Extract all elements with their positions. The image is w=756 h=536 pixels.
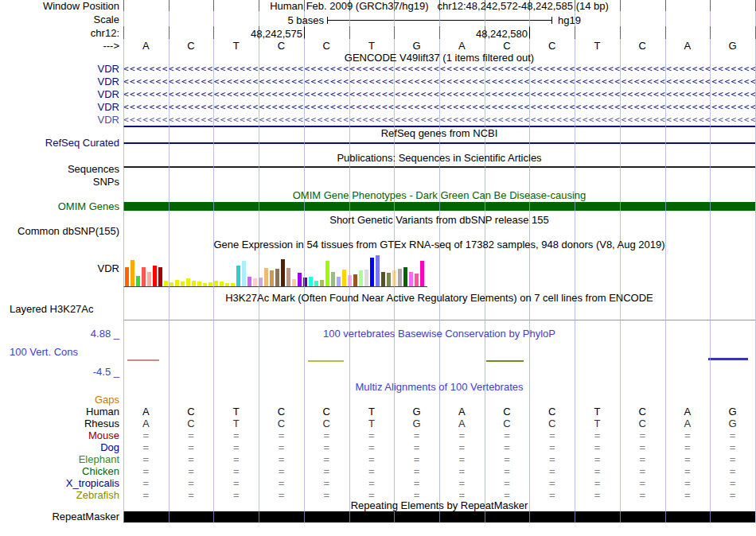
multiz-alignment-base: = — [304, 453, 349, 465]
gtex-tissue-bar — [337, 277, 341, 286]
sequence-base: C — [620, 40, 665, 52]
omim-track-title[interactable]: OMIM Gene Phenotypes - Dark Green Can Be… — [123, 190, 755, 201]
ruler-tick — [213, 26, 214, 39]
multiz-alignment-base: = — [485, 465, 530, 477]
multiz-alignment-base: = — [620, 465, 665, 477]
multiz-alignment-base: = — [485, 453, 530, 465]
gtex-gene-label[interactable]: VDR — [0, 263, 119, 274]
sequence-base: T — [575, 40, 620, 52]
sequence-base: C — [169, 40, 214, 52]
multiz-alignment-base: = — [665, 453, 711, 465]
ruler-tick — [394, 26, 395, 39]
multiz-alignment-base: C — [620, 418, 665, 429]
multiz-species-label[interactable]: Gaps — [0, 394, 119, 406]
multiz-alignment-base: = — [304, 441, 349, 453]
multiz-alignment-base: = — [349, 489, 395, 501]
multiz-alignment-base: C — [620, 406, 665, 418]
gtex-tissue-bar — [142, 267, 146, 286]
multiz-alignment-base: = — [259, 429, 304, 441]
sequences-label[interactable]: Sequences — [0, 164, 119, 175]
multiz-alignment-base: = — [394, 465, 439, 477]
gtex-tissue-bar — [125, 267, 129, 286]
gencode-item-label[interactable]: VDR — [0, 76, 119, 88]
multiz-alignment-base: = — [665, 465, 711, 477]
refseq-track-title[interactable]: RefSeq genes from NCBI — [123, 128, 755, 139]
dbsnp-label[interactable]: Common dbSNP(155) — [0, 226, 119, 237]
omim-genes-label[interactable]: OMIM Genes — [0, 201, 119, 212]
multiz-alignment-base: = — [394, 477, 439, 489]
sequence-base: A — [439, 40, 485, 52]
gtex-tissue-bar — [247, 277, 251, 286]
multiz-alignment-base: = — [123, 453, 169, 465]
multiz-species-label[interactable]: Human — [0, 406, 119, 418]
publications-track-title[interactable]: Publications: Sequences in Scientific Ar… — [123, 153, 755, 164]
sequence-base: C — [259, 40, 304, 52]
multiz-alignment-base: C — [169, 406, 214, 418]
gencode-item-label[interactable]: VDR — [0, 114, 119, 126]
h3k27ac-label[interactable]: Layered H3K27Ac — [10, 304, 94, 315]
refseq-curated-label[interactable]: RefSeq Curated — [0, 138, 119, 149]
multiz-track-title[interactable]: Multiz Alignments of 100 Vertebrates — [123, 382, 755, 393]
multiz-alignment-base: = — [304, 465, 349, 477]
gtex-tissue-bar — [131, 260, 134, 286]
ruler-tick — [665, 26, 666, 39]
multiz-alignment-base: T — [349, 418, 395, 429]
multiz-alignment-base: T — [575, 418, 620, 429]
sequence-base: T — [349, 40, 395, 52]
conservation-max-label: 4.88 _ — [0, 328, 119, 340]
gtex-tissue-bar — [331, 272, 335, 286]
dbsnp-track-title[interactable]: Short Genetic Variants from dbSNP releas… — [123, 215, 755, 226]
multiz-alignment-base: G — [394, 406, 439, 418]
multiz-species-label[interactable]: Chicken — [0, 465, 119, 477]
h3k27ac-track-title[interactable]: H3K27Ac Mark (Often Found Near Active Re… — [123, 293, 755, 304]
snps-label[interactable]: SNPs — [0, 177, 119, 188]
sequence-base: C — [485, 40, 530, 52]
ruler-tick — [575, 26, 575, 39]
gencode-item-label[interactable]: VDR — [0, 101, 119, 114]
repeatmasker-track-title[interactable]: Repeating Elements by RepeatMasker — [123, 500, 755, 511]
conservation-wiggle-segment — [308, 360, 344, 362]
gtex-tissue-bar — [147, 272, 151, 286]
multiz-alignment-base: G — [394, 418, 439, 429]
multiz-alignment-base: = — [710, 477, 755, 489]
conservation-label[interactable]: 100 Vert. Cons — [10, 347, 78, 358]
gtex-tissue-bar — [353, 274, 357, 286]
multiz-alignment-base: = — [213, 429, 259, 441]
gtex-tissue-bar — [314, 281, 318, 286]
gtex-tissue-bar — [387, 273, 391, 286]
multiz-alignment-base: = — [123, 465, 169, 477]
multiz-species-label[interactable]: Dog — [0, 441, 119, 453]
multiz-alignment-base: = — [169, 441, 214, 453]
repeatmasker-label[interactable]: RepeatMasker — [0, 511, 119, 522]
multiz-alignment-base: = — [213, 465, 259, 477]
gtex-tissue-bar — [298, 273, 302, 286]
multiz-alignment-base: = — [123, 477, 169, 489]
multiz-alignment-base: = — [620, 453, 665, 465]
multiz-species-label[interactable]: Elephant — [0, 453, 119, 465]
conservation-min-label: -4.5 _ — [0, 367, 119, 378]
gtex-track-title[interactable]: Gene Expression in 54 tissues from GTEx … — [123, 239, 755, 251]
multiz-alignment-base: = — [394, 429, 439, 441]
gtex-tissue-bar — [175, 280, 179, 286]
gtex-tissue-bar — [381, 272, 385, 286]
multiz-species-label[interactable]: X_tropicalis — [0, 477, 119, 489]
gtex-tissue-bar — [192, 281, 196, 286]
multiz-alignment-base: = — [575, 489, 620, 501]
gencode-track-title[interactable]: GENCODE V49lift37 (1 items filtered out) — [123, 52, 755, 64]
gtex-expression-chart[interactable] — [125, 251, 427, 286]
ruler-tick — [169, 26, 170, 39]
gencode-item-label[interactable]: VDR — [0, 63, 119, 76]
position-title: Human Feb. 2009 (GRCh37/hg19) chr12:48,2… — [123, 1, 755, 12]
conservation-track-title[interactable]: 100 vertebrates Basewise Conservation by… — [123, 328, 755, 340]
multiz-alignment-base: = — [529, 489, 575, 501]
multiz-species-label[interactable]: Zebrafish — [0, 489, 119, 501]
multiz-alignment-base: A — [123, 418, 169, 429]
conservation-wiggle-segment — [486, 360, 524, 362]
multiz-alignment-base: = — [710, 453, 755, 465]
gencode-item-label[interactable]: VDR — [0, 88, 119, 101]
multiz-alignment-base: = — [575, 441, 620, 453]
gtex-tissue-bar — [270, 270, 274, 286]
scale-value: 5 bases — [287, 14, 324, 26]
multiz-species-label[interactable]: Mouse — [0, 429, 119, 441]
multiz-species-label[interactable]: Rhesus — [0, 418, 119, 429]
